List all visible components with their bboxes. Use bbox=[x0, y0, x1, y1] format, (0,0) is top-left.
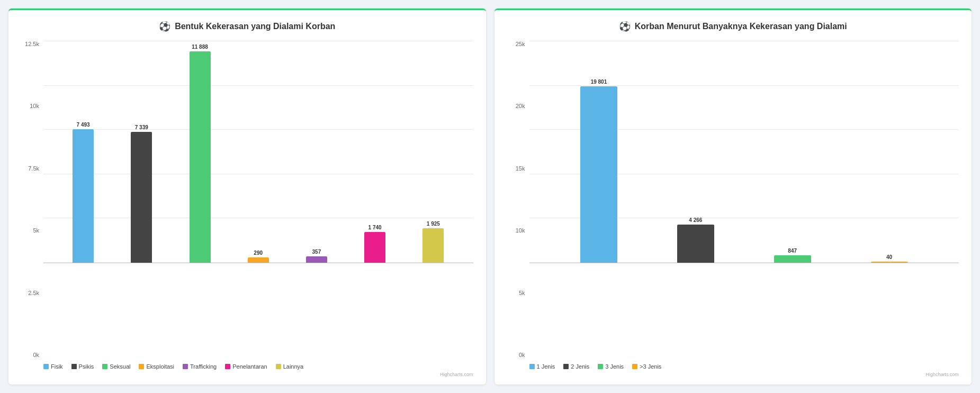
chart-1-y-axis: 0k2.5k5k7.5k10k12.5k bbox=[21, 41, 43, 358]
bar-seksual bbox=[190, 51, 211, 263]
legend-item: 1 Jenis bbox=[529, 363, 555, 370]
legend-item: Psikis bbox=[71, 363, 94, 370]
y-axis-label: 0k bbox=[33, 352, 39, 358]
legend-label: Trafficking bbox=[190, 363, 217, 370]
bar-group: 7 493 bbox=[73, 122, 94, 263]
legend-color-box bbox=[43, 364, 49, 369]
chart-1-bars: 7 4937 33911 8882903571 7401 925 bbox=[43, 41, 473, 263]
chart-1-legend: FisikPsikisSeksualEksploitasiTrafficking… bbox=[21, 363, 473, 370]
bar-group: 357 bbox=[306, 249, 327, 263]
bar-3-jenis bbox=[774, 255, 811, 263]
bar-value-label: 19 801 bbox=[591, 79, 607, 85]
legend-item: Penelantaran bbox=[225, 363, 267, 370]
chart-2-bars: 19 8014 26684740 bbox=[529, 41, 959, 263]
y-axis-label: 5k bbox=[33, 227, 39, 234]
chart-2-credit: Highcharts.com bbox=[507, 372, 959, 377]
bar-group: 290 bbox=[248, 250, 269, 263]
bar->3-jenis bbox=[871, 262, 908, 263]
legend-color-box bbox=[71, 364, 77, 369]
legend-label: >3 Jenis bbox=[640, 363, 661, 370]
legend-color-box bbox=[276, 364, 281, 369]
bar-group: 40 bbox=[871, 254, 908, 263]
bar-group: 1 740 bbox=[364, 225, 385, 263]
bar-lainnya bbox=[422, 228, 444, 263]
chart-1-area: 0k2.5k5k7.5k10k12.5k 7 4937 33911 888290… bbox=[21, 41, 473, 377]
legend-label: Fisik bbox=[51, 363, 63, 370]
chart-1-credit: Highcharts.com bbox=[21, 372, 473, 377]
legend-color-box bbox=[102, 364, 107, 369]
y-axis-label: 12.5k bbox=[25, 41, 39, 47]
chart-1-icon: ⚽ bbox=[159, 21, 170, 32]
bar-value-label: 11 888 bbox=[192, 44, 208, 50]
bar-eksploitasi bbox=[248, 257, 269, 263]
bar-value-label: 40 bbox=[886, 254, 892, 260]
bar-psikis bbox=[131, 132, 152, 263]
legend-item: Seksual bbox=[102, 363, 130, 370]
legend-item: Fisik bbox=[43, 363, 63, 370]
y-axis-label: 5k bbox=[519, 290, 525, 296]
y-axis-label: 25k bbox=[516, 41, 525, 47]
legend-label: 3 Jenis bbox=[605, 363, 624, 370]
bar-value-label: 1 925 bbox=[427, 221, 440, 227]
legend-item: Trafficking bbox=[183, 363, 217, 370]
chart-2-title: ⚽ Korban Menurut Banyaknya Kekerasan yan… bbox=[507, 21, 959, 32]
legend-item: 2 Jenis bbox=[563, 363, 589, 370]
bar-group: 19 801 bbox=[580, 79, 617, 263]
legend-color-box bbox=[598, 364, 603, 369]
y-axis-label: 7.5k bbox=[28, 165, 39, 172]
bar-1-jenis bbox=[580, 86, 617, 263]
legend-label: Penelantaran bbox=[232, 363, 267, 370]
bar-group: 4 266 bbox=[677, 217, 714, 263]
bar-value-label: 290 bbox=[254, 250, 263, 256]
chart-2-inner: 0k5k10k15k20k25k 19 8014 26684740 bbox=[507, 41, 959, 358]
chart-2-area: 0k5k10k15k20k25k 19 8014 26684740 1 Jeni… bbox=[507, 41, 959, 377]
chart-2-legend: 1 Jenis2 Jenis3 Jenis>3 Jenis bbox=[507, 363, 959, 370]
bar-fisik bbox=[73, 129, 94, 263]
legend-color-box bbox=[139, 364, 144, 369]
legend-color-box bbox=[563, 364, 569, 369]
bar-trafficking bbox=[306, 256, 327, 263]
legend-item: Eksploitasi bbox=[139, 363, 174, 370]
bar-value-label: 1 740 bbox=[368, 225, 382, 230]
bar-penelantaran bbox=[364, 232, 385, 263]
bar-value-label: 4 266 bbox=[689, 217, 702, 223]
legend-label: Seksual bbox=[110, 363, 130, 370]
legend-item: Lainnya bbox=[276, 363, 304, 370]
bar-2-jenis bbox=[677, 225, 714, 263]
bar-group: 1 925 bbox=[422, 221, 444, 263]
legend-color-box bbox=[225, 364, 230, 369]
legend-label: Lainnya bbox=[283, 363, 304, 370]
chart-1-title: ⚽ Bentuk Kekerasan yang Dialami Korban bbox=[21, 21, 473, 32]
legend-item: >3 Jenis bbox=[632, 363, 661, 370]
legend-label: Eksploitasi bbox=[146, 363, 174, 370]
legend-color-box bbox=[529, 364, 535, 369]
chart-1-card: ⚽ Bentuk Kekerasan yang Dialami Korban 0… bbox=[8, 8, 486, 385]
legend-color-box bbox=[632, 364, 637, 369]
y-axis-label: 10k bbox=[516, 227, 525, 234]
chart-2-y-axis: 0k5k10k15k20k25k bbox=[507, 41, 529, 358]
chart-1-inner: 0k2.5k5k7.5k10k12.5k 7 4937 33911 888290… bbox=[21, 41, 473, 358]
legend-label: Psikis bbox=[79, 363, 94, 370]
y-axis-label: 15k bbox=[516, 165, 525, 172]
chart-2-plot: 19 8014 26684740 bbox=[529, 41, 959, 263]
chart-2-icon: ⚽ bbox=[619, 21, 631, 32]
bar-value-label: 357 bbox=[312, 249, 321, 255]
legend-item: 3 Jenis bbox=[598, 363, 624, 370]
chart-1-plot: 7 4937 33911 8882903571 7401 925 bbox=[43, 41, 473, 263]
bar-value-label: 7 339 bbox=[135, 124, 148, 130]
bar-group: 847 bbox=[774, 248, 811, 263]
bar-group: 7 339 bbox=[131, 124, 152, 263]
bar-value-label: 847 bbox=[788, 248, 797, 254]
bar-group: 11 888 bbox=[190, 44, 211, 263]
chart-2-card: ⚽ Korban Menurut Banyaknya Kekerasan yan… bbox=[495, 8, 972, 385]
y-axis-label: 20k bbox=[516, 103, 525, 109]
legend-color-box bbox=[183, 364, 188, 369]
y-axis-label: 2.5k bbox=[28, 290, 39, 296]
legend-label: 1 Jenis bbox=[537, 363, 555, 370]
y-axis-label: 10k bbox=[30, 103, 39, 109]
y-axis-label: 0k bbox=[519, 352, 525, 358]
bar-value-label: 7 493 bbox=[77, 122, 90, 128]
legend-label: 2 Jenis bbox=[571, 363, 589, 370]
